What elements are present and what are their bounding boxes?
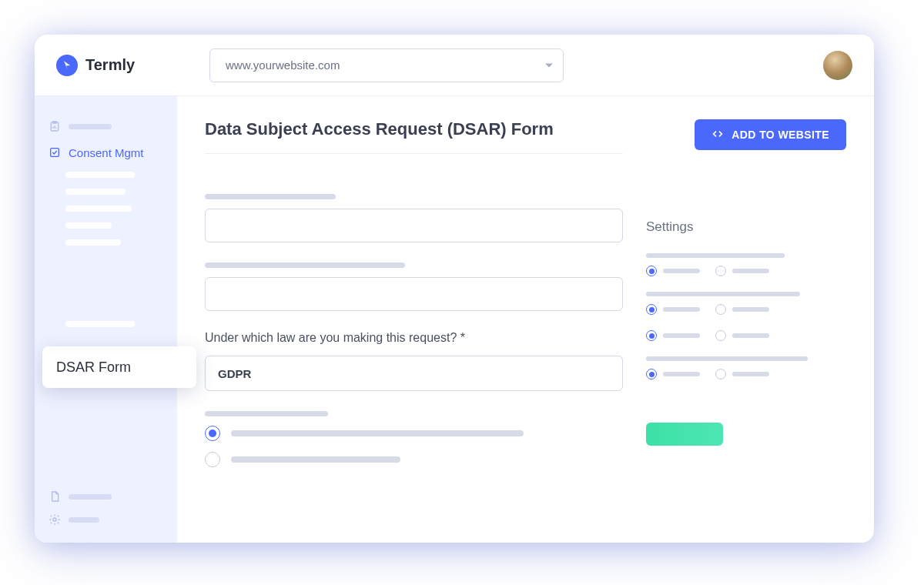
form-radio-option[interactable] [205,452,623,467]
page-title: Data Subject Access Request (DSAR) Form [205,119,554,139]
settings-title: Settings [646,219,846,235]
settings-option-label-stub [732,333,769,338]
sidebar-item-docs[interactable] [35,490,177,503]
brand-logo-icon [56,55,78,76]
sidebar-item-settings[interactable] [35,513,177,526]
settings-group [646,356,846,379]
form-field-label-stub [205,194,336,199]
sidebar-bottom [35,490,177,543]
form-column: Data Subject Access Request (DSAR) Form … [205,119,623,543]
svg-point-2 [53,518,56,521]
chevron-down-icon [545,63,553,67]
form-radio-option[interactable] [205,426,623,441]
settings-option-label-stub [663,269,700,273]
radio-icon [646,304,657,315]
body: Consent Mgmt [35,96,874,543]
svg-rect-1 [51,149,59,157]
site-selector-value: www.yourwebsite.com [209,48,564,82]
code-icon [711,128,724,142]
radio-icon [715,330,726,341]
law-question-label: Under which law are you making this requ… [205,331,623,345]
settings-radio-option[interactable] [715,304,769,315]
sidebar-subitems [35,165,177,333]
sidebar-subitem[interactable] [65,321,135,327]
main: Data Subject Access Request (DSAR) Form … [177,96,874,543]
settings-option-label-stub [663,307,700,312]
sidebar-subitem[interactable] [65,189,126,195]
brand: Termly [56,55,191,76]
add-to-website-label: ADD TO WEBSITE [732,129,829,141]
sidebar-subitem[interactable] [65,222,112,229]
title-row: Data Subject Access Request (DSAR) Form [205,119,623,154]
radio-label-stub [231,456,400,463]
save-button[interactable] [646,423,723,446]
settings-option-label-stub [732,372,769,376]
radio-label-stub [231,430,524,436]
form-text-input[interactable] [205,209,623,242]
settings-column: ADD TO WEBSITE Settings [646,119,846,543]
clipboard-chart-icon [49,120,61,132]
sidebar-subitem[interactable] [65,239,121,246]
brand-name: Termly [85,56,135,74]
settings-label-stub [646,253,785,258]
settings-radio-option[interactable] [646,266,700,276]
sidebar-subitem[interactable] [65,206,132,212]
radio-icon [646,266,657,276]
settings-group [646,253,846,276]
radio-icon [715,266,726,276]
sidebar-item-dashboard[interactable] [35,113,177,139]
radio-icon [205,452,220,467]
dsar-form-card-label: DSAR Form [56,359,131,376]
settings-option-label-stub [732,269,769,273]
app-window: Termly www.yourwebsite.com Consent Mgmt [35,35,874,543]
radio-icon [715,304,726,315]
settings-radio-option[interactable] [646,369,700,379]
radio-icon [715,369,726,379]
dsar-form-card[interactable]: DSAR Form [42,346,196,388]
settings-label-stub [646,356,808,361]
checkbox-icon [49,146,61,159]
settings-option-label-stub [663,333,700,338]
settings-label-stub [646,292,800,296]
settings-radio-option[interactable] [646,330,700,341]
dsar-form: Under which law are you making this requ… [205,154,623,478]
settings-group [646,292,846,315]
form-field-label-stub [205,411,328,416]
law-select[interactable]: GDPR [205,356,623,391]
sidebar-item-label-stub [69,494,112,500]
settings-radio-option[interactable] [715,330,769,341]
form-field-label-stub [205,262,405,268]
settings-radio-option[interactable] [715,266,769,276]
site-selector[interactable]: www.yourwebsite.com [209,48,564,82]
avatar[interactable] [823,51,852,80]
form-text-input[interactable] [205,277,623,311]
sidebar-item-label-stub [69,124,112,129]
radio-icon [646,330,657,341]
settings-radio-option[interactable] [715,369,769,379]
sidebar-item-label: Consent Mgmt [69,146,144,159]
gear-icon [49,513,61,526]
settings-radio-option[interactable] [646,304,700,315]
settings-option-label-stub [663,372,700,376]
sidebar-item-label-stub [69,517,99,523]
radio-icon [646,369,657,379]
radio-icon [205,426,220,441]
law-select-value: GDPR [218,367,251,380]
document-icon [49,490,61,503]
sidebar-subitem[interactable] [65,172,135,178]
settings-option-label-stub [732,307,769,312]
sidebar-item-consent-mgmt[interactable]: Consent Mgmt [35,139,177,165]
header: Termly www.yourwebsite.com [35,35,874,96]
add-to-website-button[interactable]: ADD TO WEBSITE [695,119,846,150]
settings-group [646,330,846,341]
sidebar: Consent Mgmt [35,96,177,543]
